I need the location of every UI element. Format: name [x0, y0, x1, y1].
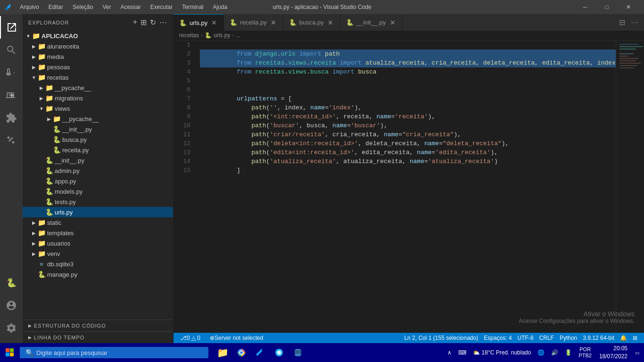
sidebar-content[interactable]: ▼ 📁 APLICACAO ▶ 📁 alurareceita ▶ 📁 media: [23, 31, 173, 320]
status-position[interactable]: Ln 2, Col 1 (155 selecionado): [401, 333, 481, 343]
activity-testing[interactable]: [0, 129, 23, 152]
tree-item-apps[interactable]: 🐍 apps.py: [23, 176, 173, 186]
tree-item-busca[interactable]: 🐍 busca.py: [23, 134, 173, 145]
tree-item-templates[interactable]: ▶ 📁 templates: [23, 228, 173, 238]
split-editor-icon[interactable]: ⊟: [617, 17, 627, 28]
taskbar-search-bar[interactable]: 🔍 Digite aqui para pesquisar: [20, 347, 208, 358]
taskbar-network[interactable]: 🌐: [535, 348, 547, 357]
tab-init[interactable]: 🐍 __init__.py ✕: [340, 14, 403, 31]
new-file-icon[interactable]: +: [133, 18, 138, 27]
menu-terminal[interactable]: Terminal: [178, 3, 207, 11]
tree-item-tests[interactable]: 🐍 tests.py: [23, 197, 173, 207]
menu-editar[interactable]: Editar: [45, 3, 67, 11]
taskbar-keyboard-icon[interactable]: ⌨: [455, 348, 469, 357]
status-git[interactable]: ⎇ 0 △ 0: [177, 333, 203, 343]
taskbar-weather[interactable]: ⛅ 18°C Pred. nublado: [470, 348, 534, 357]
collapse-icon[interactable]: ⋯: [159, 18, 167, 27]
tree-item-models[interactable]: 🐍 models.py: [23, 186, 173, 197]
status-errors[interactable]: ⊗ Server not selected: [207, 333, 266, 343]
tab-init-close[interactable]: ✕: [389, 19, 396, 26]
menu-selecao[interactable]: Seleção: [69, 3, 97, 11]
tab-receita-close[interactable]: ✕: [270, 19, 277, 26]
code-content[interactable]: from django.urls import path from receit…: [196, 41, 616, 333]
start-button[interactable]: [2, 346, 18, 359]
taskbar-clock[interactable]: 20:05 18/07/2022: [595, 344, 631, 362]
activity-python[interactable]: 🐍: [0, 272, 23, 294]
tree-item-media[interactable]: ▶ 📁 media: [23, 51, 173, 62]
minimize-button[interactable]: ─: [574, 0, 596, 14]
activity-extensions[interactable]: [0, 107, 23, 129]
close-button[interactable]: ✕: [618, 0, 639, 14]
taskbar-show-hidden[interactable]: ∧: [445, 348, 454, 357]
views-icon: 📁: [45, 105, 53, 112]
activity-run[interactable]: [0, 84, 23, 107]
tab-busca-icon: 🐍: [289, 19, 297, 26]
tree-item-pycache-views[interactable]: ▶ 📁 __pycache__: [23, 114, 173, 124]
code-line-6: urlpatterns = [: [200, 85, 616, 94]
tree-item-manage[interactable]: 🐍 manage.py: [23, 269, 173, 280]
taskbar-app-chrome2[interactable]: [271, 344, 288, 361]
sqlite-label: db.sqlite3: [47, 261, 74, 268]
status-spaces[interactable]: Espaços: 4: [481, 333, 514, 343]
tree-item-usuarios[interactable]: ▶ 📁 usuarios: [23, 238, 173, 248]
tree-item-sqlite[interactable]: ≡ db.sqlite3: [23, 259, 173, 269]
tab-receita[interactable]: 🐍 receita.py ✕: [224, 14, 283, 31]
line-num-9: 9: [173, 112, 190, 121]
tree-root[interactable]: ▼ 📁 APLICACAO: [23, 31, 173, 41]
refresh-icon[interactable]: ↻: [150, 18, 157, 27]
status-remote[interactable]: ⊞: [630, 333, 640, 343]
tree-item-alurareceita[interactable]: ▶ 📁 alurareceita: [23, 41, 173, 51]
taskbar-app-chrome[interactable]: [233, 344, 250, 361]
tree-item-venv[interactable]: ▶ 📁 venv: [23, 248, 173, 259]
status-eol[interactable]: CRLF: [537, 333, 557, 343]
taskbar-show-desktop[interactable]: ▭: [632, 349, 642, 356]
breadcrumb-symbol[interactable]: ...: [236, 32, 240, 39]
status-notifications[interactable]: 🔔: [617, 333, 630, 343]
tree-item-urls[interactable]: 🐍 urls.py: [23, 207, 173, 217]
activity-search[interactable]: [0, 39, 23, 61]
taskbar-app-vscode[interactable]: [252, 344, 269, 361]
taskbar-app-db[interactable]: [289, 344, 306, 361]
activity-settings[interactable]: [0, 317, 23, 339]
status-encoding[interactable]: UTF-8: [515, 333, 537, 343]
status-lang[interactable]: Python: [557, 333, 580, 343]
tab-busca[interactable]: 🐍 busca.py ✕: [283, 14, 340, 31]
tree-item-init-receitas[interactable]: 🐍 __init__.py: [23, 155, 173, 165]
status-version[interactable]: 3.9.12 64-bit: [580, 333, 617, 343]
taskbar-battery[interactable]: 🔋: [562, 348, 575, 357]
tree-item-receita[interactable]: 🐍 receita.py: [23, 145, 173, 155]
linha-header[interactable]: ▶ LINHA DO TEMPO: [23, 332, 173, 343]
activity-account[interactable]: [0, 294, 23, 317]
sidebar-header-actions: + ⊞ ↻ ⋯: [133, 18, 167, 27]
estrutura-header[interactable]: ▶ ESTRUTURA DO CÓDIGO: [23, 320, 173, 331]
new-folder-icon[interactable]: ⊞: [140, 18, 147, 27]
activity-explorer[interactable]: [0, 16, 23, 39]
taskbar-app-files[interactable]: 📁: [214, 344, 231, 361]
menu-ajuda[interactable]: Ajuda: [209, 3, 231, 11]
taskbar-volume[interactable]: 🔊: [548, 348, 561, 357]
menu-executar[interactable]: Executar: [147, 3, 176, 11]
menu-arquivo[interactable]: Arquivo: [16, 3, 43, 11]
breadcrumb-file[interactable]: urls.py: [214, 32, 230, 39]
tab-busca-close[interactable]: ✕: [327, 19, 334, 26]
tree-item-pycache-receitas[interactable]: ▶ 📁 __pycache__: [23, 82, 173, 93]
tab-urls-close[interactable]: ✕: [210, 19, 218, 26]
activity-source-control[interactable]: [0, 61, 23, 84]
line-num-15: 15: [173, 166, 190, 175]
pessoas-icon: 📁: [38, 63, 45, 71]
tree-item-pessoas[interactable]: ▶ 📁 pessoas: [23, 62, 173, 72]
tree-item-migrations[interactable]: ▶ 📁 migrations: [23, 93, 173, 103]
tree-item-receitas[interactable]: ▼ 📁 receitas: [23, 72, 173, 82]
more-actions-icon[interactable]: ⋯: [629, 17, 640, 28]
maximize-button[interactable]: □: [596, 0, 618, 14]
breadcrumb-receitas[interactable]: receitas: [179, 32, 199, 39]
tree-item-static[interactable]: ▶ 📁 static: [23, 217, 173, 228]
tree-item-views[interactable]: ▼ 📁 views: [23, 103, 173, 114]
menu-ver[interactable]: Ver: [99, 3, 115, 11]
tree-item-admin[interactable]: 🐍 admin.py: [23, 165, 173, 176]
code-editor[interactable]: 1 2 3 4 5 6 7 8 9 10 11 12 13 14 15 from…: [173, 41, 644, 333]
tab-urls[interactable]: 🐍 urls.py ✕: [173, 14, 224, 31]
tree-item-init-views[interactable]: 🐍 __init__.py: [23, 124, 173, 134]
menu-acessar[interactable]: Acessar: [116, 3, 144, 11]
taskbar-lang[interactable]: PORPTB2: [576, 346, 594, 360]
